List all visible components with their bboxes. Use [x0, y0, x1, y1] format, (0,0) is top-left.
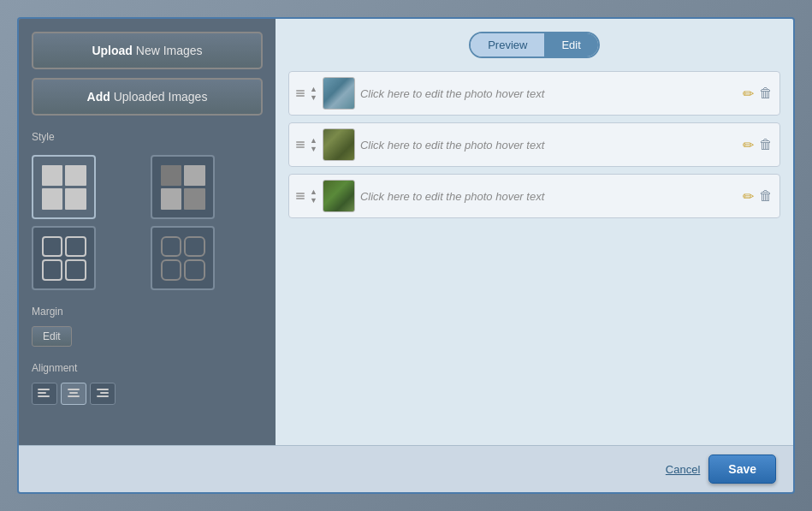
- reorder-arrows-1: ▲ ▼: [310, 86, 317, 102]
- preview-toggle-button[interactable]: Preview: [471, 33, 544, 56]
- add-uploaded-images-button[interactable]: Add Uploaded Images: [32, 78, 263, 116]
- delete-icon-1[interactable]: 🗑: [759, 86, 773, 101]
- image-thumbnail-3: [323, 180, 355, 212]
- reorder-arrows-2: ▲ ▼: [310, 137, 317, 153]
- edit-icon-3[interactable]: ✏: [743, 188, 754, 205]
- row-actions-2: ✏ 🗑: [743, 137, 773, 153]
- drag-handle-1[interactable]: [296, 90, 305, 97]
- left-panel: Upload New Images Add Uploaded Images St…: [19, 19, 276, 445]
- align-left-button[interactable]: [32, 383, 57, 405]
- svg-rect-6: [97, 389, 109, 390]
- style-option-solid[interactable]: [32, 155, 96, 219]
- svg-rect-5: [68, 395, 80, 397]
- image-row: ▲ ▼ Click here to edit the photo hover t…: [288, 71, 780, 116]
- edit-icon-1[interactable]: ✏: [743, 86, 754, 102]
- style-options-grid: [32, 155, 263, 290]
- style-option-gradient[interactable]: [151, 155, 215, 219]
- hover-text-1[interactable]: Click here to edit the photo hover text: [360, 87, 738, 100]
- row-actions-1: ✏ 🗑: [743, 86, 773, 102]
- edit-icon-2[interactable]: ✏: [743, 137, 754, 153]
- align-center-button[interactable]: [61, 383, 86, 405]
- svg-rect-0: [38, 389, 50, 390]
- margin-section: Margin Edit: [32, 299, 263, 347]
- hover-text-3[interactable]: Click here to edit the photo hover text: [360, 190, 738, 203]
- right-panel: Preview Edit ▲ ▼ Click here to edit the …: [276, 19, 793, 445]
- move-down-button-2[interactable]: ▼: [310, 146, 317, 153]
- svg-rect-2: [38, 395, 50, 397]
- move-down-button-1[interactable]: ▼: [310, 94, 317, 102]
- reorder-arrows-3: ▲ ▼: [310, 188, 317, 205]
- edit-toggle-button[interactable]: Edit: [544, 33, 597, 56]
- image-thumbnail-1: [323, 77, 355, 110]
- drag-handle-2[interactable]: [296, 141, 305, 148]
- add-rest: Uploaded Images: [110, 90, 208, 104]
- cancel-button[interactable]: Cancel: [666, 463, 700, 476]
- svg-rect-3: [68, 389, 80, 390]
- alignment-label: Alignment: [32, 362, 263, 374]
- alignment-section: Alignment: [32, 355, 263, 405]
- delete-icon-2[interactable]: 🗑: [759, 137, 773, 152]
- style-option-outline-dark[interactable]: [151, 226, 215, 290]
- margin-label: Margin: [32, 306, 263, 318]
- style-option-outline-light[interactable]: [32, 226, 96, 290]
- move-up-button-2[interactable]: ▲: [310, 137, 317, 145]
- svg-rect-4: [69, 392, 78, 394]
- dialog-body: Upload New Images Add Uploaded Images St…: [19, 19, 793, 445]
- align-right-button[interactable]: [90, 383, 116, 405]
- move-up-button-1[interactable]: ▲: [310, 86, 317, 93]
- upload-bold: Upload: [92, 44, 132, 57]
- image-row: ▲ ▼ Click here to edit the photo hover t…: [288, 122, 780, 167]
- delete-icon-3[interactable]: 🗑: [759, 188, 773, 204]
- hover-text-2[interactable]: Click here to edit the photo hover text: [360, 139, 738, 152]
- style-label: Style: [32, 131, 263, 143]
- upload-rest: New Images: [133, 44, 203, 57]
- preview-edit-bar: Preview Edit: [288, 32, 780, 58]
- row-actions-3: ✏ 🗑: [743, 188, 773, 205]
- svg-rect-8: [97, 395, 109, 397]
- svg-rect-1: [38, 392, 46, 394]
- drag-handle-3[interactable]: [296, 193, 305, 199]
- main-dialog: Upload New Images Add Uploaded Images St…: [17, 17, 795, 494]
- add-bold: Add: [87, 90, 110, 104]
- upload-new-images-button[interactable]: Upload New Images: [32, 32, 263, 69]
- move-up-button-3[interactable]: ▲: [310, 188, 317, 196]
- margin-edit-button[interactable]: Edit: [32, 326, 72, 347]
- image-row: ▲ ▼ Click here to edit the photo hover t…: [288, 174, 780, 218]
- move-down-button-3[interactable]: ▼: [310, 197, 317, 205]
- svg-rect-7: [100, 392, 109, 394]
- image-list: ▲ ▼ Click here to edit the photo hover t…: [288, 71, 780, 218]
- preview-edit-toggle: Preview Edit: [469, 32, 600, 58]
- dialog-footer: Cancel Save: [19, 445, 793, 492]
- save-button[interactable]: Save: [708, 455, 776, 484]
- image-thumbnail-2: [323, 128, 355, 161]
- alignment-options: [32, 383, 263, 405]
